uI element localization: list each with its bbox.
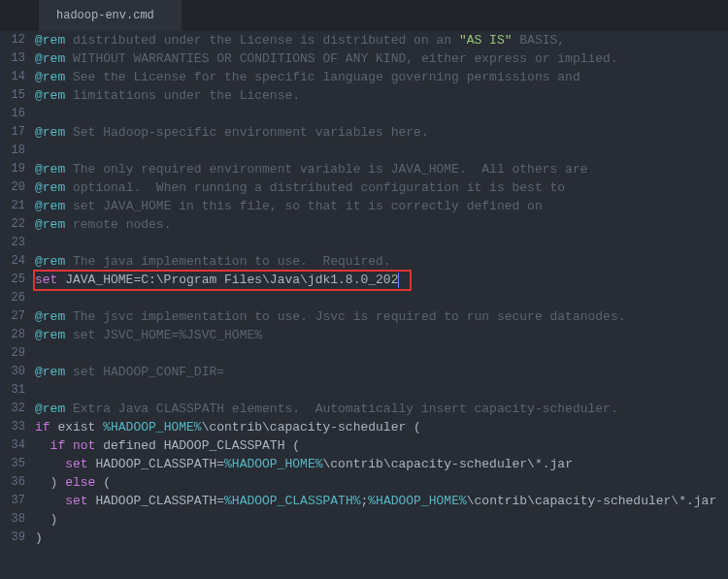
- line-number: 28: [0, 326, 25, 344]
- line-number: 31: [0, 381, 25, 400]
- line-number: 14: [0, 68, 25, 86]
- code-line: @rem set JAVA_HOME in this file, so that…: [35, 197, 728, 215]
- line-number: 23: [0, 234, 25, 252]
- line-number: 15: [0, 86, 25, 105]
- code-line: @rem distributed under the License is di…: [35, 31, 728, 49]
- tab-bar: hadoop-env.cmd: [0, 0, 728, 31]
- code-line: @rem The only required environment varia…: [35, 160, 728, 178]
- code-line: @rem WITHOUT WARRANTIES OR CONDITIONS OF…: [35, 49, 728, 68]
- code-line: @rem limitations under the License.: [35, 86, 728, 105]
- line-number: 38: [0, 510, 25, 529]
- code-line: @rem The java implementation to use. Req…: [35, 252, 728, 271]
- line-number: 35: [0, 455, 25, 473]
- line-number: 13: [0, 49, 25, 68]
- code-line: @rem Set Hadoop-specific environment var…: [35, 123, 728, 142]
- code-line: ) else (: [35, 473, 728, 492]
- line-number: 18: [0, 142, 25, 160]
- line-number: 37: [0, 492, 25, 510]
- line-number: 19: [0, 160, 25, 178]
- tab-file[interactable]: hadoop-env.cmd: [39, 0, 182, 31]
- line-number: 16: [0, 105, 25, 123]
- code-line: ): [35, 529, 728, 547]
- code-line: if not defined HADOOP_CLASSPATH (: [35, 436, 728, 455]
- line-number: 33: [0, 418, 25, 436]
- line-number: 12: [0, 31, 25, 49]
- line-number: 24: [0, 252, 25, 271]
- line-number: 17: [0, 123, 25, 142]
- code-line: @rem optional. When running a distribute…: [35, 178, 728, 197]
- code-line: [35, 105, 728, 123]
- line-number: 22: [0, 215, 25, 234]
- line-number: 34: [0, 436, 25, 455]
- code-line: @rem See the License for the specific la…: [35, 68, 728, 86]
- line-number: 20: [0, 178, 25, 197]
- code-line: [35, 234, 728, 252]
- code-line: @rem set JSVC_HOME=%JSVC_HOME%: [35, 326, 728, 344]
- line-number: 29: [0, 344, 25, 363]
- code-line: @rem The jsvc implementation to use. Jsv…: [35, 307, 728, 326]
- code-line: [35, 381, 728, 400]
- code-line: ): [35, 510, 728, 529]
- code-line: set JAVA_HOME=C:\Program Files\Java\jdk1…: [35, 271, 728, 289]
- code-content[interactable]: @rem distributed under the License is di…: [35, 31, 728, 579]
- code-line: if exist %HADOOP_HOME%\contrib\capacity-…: [35, 418, 728, 436]
- tab-title: hadoop-env.cmd: [56, 9, 154, 22]
- text-cursor: [398, 273, 399, 288]
- code-line: [35, 289, 728, 307]
- code-line: [35, 142, 728, 160]
- code-line: @rem Extra Java CLASSPATH elements. Auto…: [35, 400, 728, 418]
- line-number: 36: [0, 473, 25, 492]
- gutter: 1213141516171819202122232425262728293031…: [0, 31, 35, 579]
- code-line: @rem remote nodes.: [35, 215, 728, 234]
- code-line: set HADOOP_CLASSPATH=%HADOOP_CLASSPATH%;…: [35, 492, 728, 510]
- line-number: 27: [0, 307, 25, 326]
- line-number: 30: [0, 363, 25, 381]
- line-number: 21: [0, 197, 25, 215]
- line-number: 32: [0, 400, 25, 418]
- line-number: 26: [0, 289, 25, 307]
- code-line: set HADOOP_CLASSPATH=%HADOOP_HOME%\contr…: [35, 455, 728, 473]
- editor-area[interactable]: 1213141516171819202122232425262728293031…: [0, 31, 728, 579]
- line-number: 25: [0, 271, 25, 289]
- line-number: 39: [0, 529, 25, 547]
- code-line: @rem set HADOOP_CONF_DIR=: [35, 363, 728, 381]
- code-line: [35, 344, 728, 363]
